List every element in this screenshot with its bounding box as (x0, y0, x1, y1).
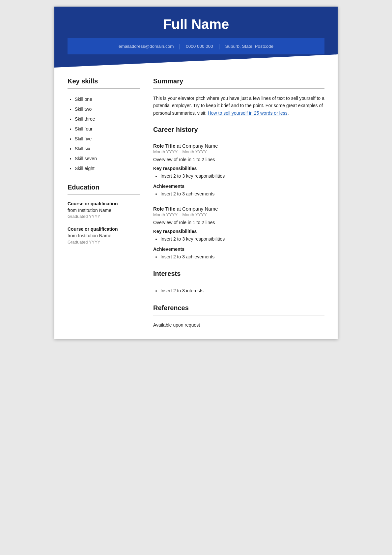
phone: 0000 000 000 (186, 44, 213, 49)
email: emailaddress@domain.com (119, 44, 174, 49)
references-title: References (153, 304, 324, 312)
list-item: Skill seven (75, 154, 140, 163)
interests-list: Insert 2 to 3 interests (153, 287, 324, 295)
job-title-line-1: Role Title at Company Name (153, 143, 324, 149)
list-item: Skill six (75, 144, 140, 153)
list-item: Insert 2 to 3 key responsibilities (160, 172, 324, 180)
summary-text: This is your elevator pitch where you ha… (153, 95, 324, 117)
job-role-rest-1: at Company Name (175, 143, 218, 149)
references-text: Available upon request (153, 321, 324, 329)
job-achievements-title-2: Achievements (153, 247, 324, 252)
education-section: Education Course or qualification from I… (68, 184, 140, 245)
header-diagonal (54, 54, 338, 68)
edu-graduated-2: Graduated YYYY (68, 239, 140, 245)
interests-title: Interests (153, 270, 324, 278)
list-item: Insert 2 to 3 achievements (160, 190, 324, 198)
job-responsibilities-title-2: Key responsibilities (153, 229, 324, 234)
left-column: Key skills Skill one Skill two Skill thr… (68, 77, 140, 329)
job-dates-2: Month YYYY – Month YYYY (153, 212, 324, 217)
edu-course-2: Course or qualification (68, 226, 140, 233)
summary-section: Summary This is your elevator pitch wher… (153, 77, 324, 117)
list-item: Skill four (75, 124, 140, 133)
job-title-line-2: Role Title at Company Name (153, 206, 324, 212)
career-divider (153, 137, 324, 137)
location: Suburb, State, Postcode (225, 44, 273, 49)
list-item: Skill three (75, 114, 140, 124)
education-title: Education (68, 184, 140, 191)
edu-course-1: Course or qualification (68, 201, 140, 207)
edu-entry-1: Course or qualification from Institution… (68, 201, 140, 219)
resume-body: Key skills Skill one Skill two Skill thr… (54, 68, 338, 339)
separator-2: | (218, 43, 220, 50)
separator-1: | (179, 43, 181, 50)
contact-bar: emailaddress@domain.com | 0000 000 000 |… (68, 38, 324, 54)
list-item: Insert 2 to 3 interests (160, 287, 324, 295)
job-overview-1: Overview of role in 1 to 2 lines (153, 156, 324, 163)
skills-title: Key skills (68, 77, 140, 85)
job-entry-1: Role Title at Company Name Month YYYY – … (153, 143, 324, 198)
job-achievements-title-1: Achievements (153, 184, 324, 189)
career-title: Career history (153, 126, 324, 133)
job-achievements-list-1: Insert 2 to 3 achievements (153, 190, 324, 198)
references-section: References Available upon request (153, 304, 324, 329)
edu-graduated-1: Graduated YYYY (68, 214, 140, 219)
job-responsibilities-list-1: Insert 2 to 3 key responsibilities (153, 172, 324, 180)
references-divider (153, 315, 324, 315)
skills-list: Skill one Skill two Skill three Skill fo… (68, 95, 140, 173)
job-role-bold-2: Role Title (153, 206, 175, 212)
list-item: Insert 2 to 3 key responsibilities (160, 235, 324, 243)
summary-divider (153, 88, 324, 89)
interests-section: Interests Insert 2 to 3 interests (153, 270, 324, 295)
job-entry-2: Role Title at Company Name Month YYYY – … (153, 206, 324, 261)
job-role-rest-2: at Company Name (175, 206, 218, 212)
list-item: Insert 2 to 3 achievements (160, 253, 324, 261)
job-achievements-list-2: Insert 2 to 3 achievements (153, 253, 324, 261)
resume-document: Full Name emailaddress@domain.com | 0000… (54, 7, 338, 339)
job-responsibilities-title-1: Key responsibilities (153, 166, 324, 171)
summary-link[interactable]: How to sell yourself in 25 words or less (208, 110, 288, 116)
job-dates-1: Month YYYY – Month YYYY (153, 149, 324, 154)
career-section: Career history Role Title at Company Nam… (153, 126, 324, 261)
skills-divider (68, 88, 140, 89)
education-divider (68, 194, 140, 195)
job-role-bold-1: Role Title (153, 143, 175, 149)
edu-institution-2: from Institution Name (68, 233, 140, 239)
job-responsibilities-list-2: Insert 2 to 3 key responsibilities (153, 235, 324, 243)
full-name: Full Name (68, 16, 324, 32)
skills-section: Key skills Skill one Skill two Skill thr… (68, 77, 140, 173)
job-overview-2: Overview of role in 1 to 2 lines (153, 219, 324, 226)
list-item: Skill eight (75, 164, 140, 173)
interests-divider (153, 281, 324, 281)
list-item: Skill two (75, 104, 140, 114)
resume-header: Full Name emailaddress@domain.com | 0000… (54, 7, 338, 54)
right-column: Summary This is your elevator pitch wher… (153, 77, 324, 329)
summary-title: Summary (153, 77, 324, 85)
edu-entry-2: Course or qualification from Institution… (68, 226, 140, 245)
list-item: Skill one (75, 95, 140, 104)
edu-institution-1: from Institution Name (68, 207, 140, 214)
list-item: Skill five (75, 134, 140, 143)
